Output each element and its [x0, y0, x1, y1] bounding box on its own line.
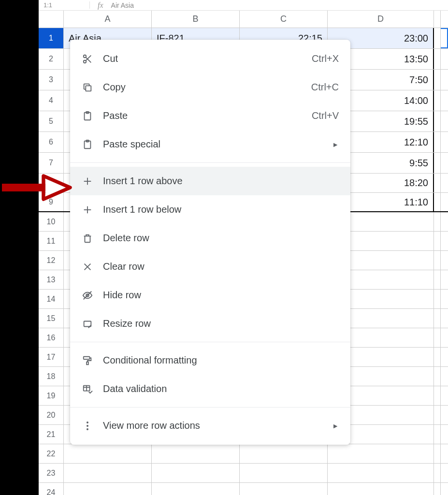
- context-menu: Cut Ctrl+X Copy Ctrl+C Paste Ctrl+V Past…: [70, 40, 350, 445]
- cell[interactable]: [240, 483, 328, 495]
- menu-item-view-more-row-actions[interactable]: View more row actions ►: [70, 411, 350, 440]
- cell-edge[interactable]: [434, 174, 441, 192]
- cell-edge[interactable]: [434, 464, 441, 482]
- row-header-11[interactable]: 11: [39, 232, 64, 250]
- cell-edge[interactable]: [434, 367, 441, 386]
- cell[interactable]: [152, 464, 240, 482]
- row-header-21[interactable]: 21: [39, 425, 64, 444]
- row-header-3[interactable]: 3: [39, 70, 64, 90]
- row-header-8[interactable]: 8: [39, 174, 64, 192]
- row-header-23[interactable]: 23: [39, 464, 64, 482]
- column-header-a[interactable]: A: [64, 11, 152, 28]
- cell-edge[interactable]: [434, 212, 441, 231]
- cell-edge[interactable]: [434, 309, 441, 328]
- cell-edge[interactable]: [434, 348, 441, 366]
- cell-edge[interactable]: [434, 270, 441, 289]
- row-header-13[interactable]: 13: [39, 270, 64, 289]
- column-header-d[interactable]: D: [328, 11, 434, 28]
- row-header-5[interactable]: 5: [39, 111, 64, 131]
- resize-icon: [82, 318, 93, 330]
- menu-item-paste-special[interactable]: Paste special ►: [70, 130, 350, 159]
- left-black-margin: [0, 0, 39, 495]
- cell-edge[interactable]: [434, 70, 441, 90]
- row-header-6[interactable]: 6: [39, 132, 64, 152]
- menu-item-cut[interactable]: Cut Ctrl+X: [70, 44, 350, 73]
- svg-rect-19: [87, 362, 88, 364]
- select-all-corner[interactable]: [39, 11, 64, 28]
- menu-label: Paste: [103, 110, 312, 121]
- cell[interactable]: [328, 483, 434, 495]
- formula-value[interactable]: Air Asia: [111, 1, 134, 9]
- row-header-7[interactable]: 7: [39, 153, 64, 173]
- cell-edge[interactable]: [434, 193, 441, 211]
- cell-edge[interactable]: [434, 28, 441, 48]
- menu-label: Hide row: [103, 290, 339, 301]
- plus-icon: [82, 204, 93, 216]
- menu-item-paste[interactable]: Paste Ctrl+V: [70, 102, 350, 130]
- cell-edge[interactable]: [434, 290, 441, 308]
- cell-edge[interactable]: [434, 444, 441, 463]
- menu-item-hide-row[interactable]: Hide row: [70, 281, 350, 309]
- menu-item-conditional-formatting[interactable]: Conditional formatting: [70, 346, 350, 375]
- cell-edge[interactable]: [434, 328, 441, 347]
- menu-item-resize-row[interactable]: Resize row: [70, 309, 350, 338]
- row-header-4[interactable]: 4: [39, 90, 64, 111]
- cell[interactable]: [64, 444, 152, 463]
- menu-separator: [70, 342, 350, 342]
- cell[interactable]: [240, 444, 328, 463]
- formula-bar: 1:1 fx Air Asia: [39, 0, 448, 11]
- cell-edge[interactable]: [434, 406, 441, 424]
- column-header-c[interactable]: C: [240, 11, 328, 28]
- row-header-19[interactable]: 19: [39, 386, 64, 405]
- cell-edge[interactable]: [434, 49, 441, 69]
- row-header-9[interactable]: 9: [39, 193, 64, 211]
- cell[interactable]: [328, 444, 434, 463]
- menu-item-copy[interactable]: Copy Ctrl+C: [70, 73, 350, 102]
- cell-edge[interactable]: [434, 111, 441, 131]
- row-header-20[interactable]: 20: [39, 406, 64, 424]
- menu-shortcut: Ctrl+C: [311, 82, 339, 93]
- cell[interactable]: [64, 483, 152, 495]
- row-header-17[interactable]: 17: [39, 348, 64, 366]
- row-header-12[interactable]: 12: [39, 251, 64, 270]
- more-vertical-icon: [82, 420, 93, 432]
- column-header-b[interactable]: B: [152, 11, 240, 28]
- menu-separator: [70, 407, 350, 408]
- cell[interactable]: [240, 464, 328, 482]
- row-header-1[interactable]: 1: [39, 28, 64, 48]
- menu-item-delete-row[interactable]: Delete row: [70, 224, 350, 252]
- cell-edge[interactable]: [434, 483, 441, 495]
- cell[interactable]: [152, 483, 240, 495]
- menu-item-insert-row-below[interactable]: Insert 1 row below: [70, 195, 350, 224]
- column-header-edge[interactable]: [434, 11, 441, 28]
- cell[interactable]: [152, 444, 240, 463]
- column-headers: A B C D: [39, 11, 448, 28]
- row-header-14[interactable]: 14: [39, 290, 64, 308]
- row-header-24[interactable]: 24: [39, 483, 64, 495]
- menu-label: Delete row: [103, 233, 339, 244]
- menu-label: Insert 1 row below: [103, 204, 339, 215]
- row-header-2[interactable]: 2: [39, 49, 64, 69]
- cell-edge[interactable]: [434, 153, 441, 173]
- cell-edge[interactable]: [434, 425, 441, 444]
- row-header-22[interactable]: 22: [39, 444, 64, 463]
- cell-edge[interactable]: [434, 90, 441, 111]
- menu-item-insert-row-above[interactable]: Insert 1 row above: [70, 167, 350, 195]
- cell-edge[interactable]: [434, 251, 441, 270]
- row-header-10[interactable]: 10: [39, 212, 64, 231]
- menu-item-data-validation[interactable]: Data validation: [70, 375, 350, 403]
- cell-edge[interactable]: [434, 232, 441, 250]
- cell-reference[interactable]: 1:1: [39, 1, 90, 9]
- row-header-15[interactable]: 15: [39, 309, 64, 328]
- menu-item-clear-row[interactable]: Clear row: [70, 252, 350, 281]
- menu-label: Insert 1 row above: [103, 175, 339, 187]
- cell[interactable]: [328, 464, 434, 482]
- cell-edge[interactable]: [434, 386, 441, 405]
- trash-icon: [82, 233, 93, 244]
- chevron-right-icon: ►: [332, 422, 339, 430]
- cell-edge[interactable]: [434, 132, 441, 152]
- row-header-18[interactable]: 18: [39, 367, 64, 386]
- row-header-16[interactable]: 16: [39, 328, 64, 347]
- cell[interactable]: [64, 464, 152, 482]
- svg-rect-18: [84, 356, 90, 359]
